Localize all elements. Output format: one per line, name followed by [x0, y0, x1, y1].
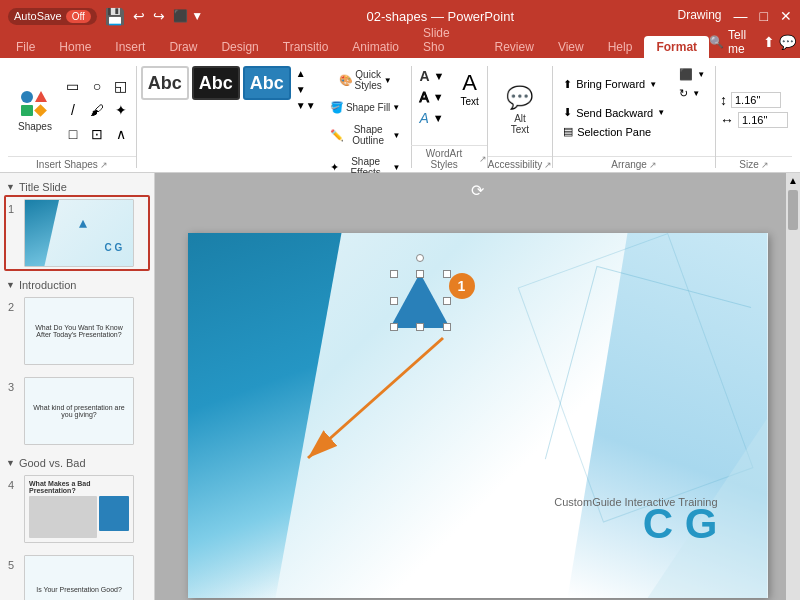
handle-middleright[interactable] — [443, 297, 451, 305]
rectangle-tool[interactable]: ▭ — [62, 75, 84, 97]
text-effects-label: ▼ — [433, 112, 444, 124]
canvas-area[interactable]: ⟳ CustomGuide Interactive Training C G — [155, 173, 800, 600]
height-input[interactable] — [731, 92, 781, 108]
section-arrow-3: ▼ — [6, 458, 15, 468]
accessibility-group: 💬 AltText Accessibility ↗ — [488, 62, 552, 172]
slide-thumb-1[interactable]: 1 C G — [4, 195, 150, 271]
text-big-btn[interactable]: A Text — [456, 66, 482, 111]
tab-design[interactable]: Design — [209, 36, 270, 58]
rotate-icon: ↻ — [679, 87, 688, 100]
outline-tool[interactable]: □ — [62, 123, 84, 145]
undo-icon[interactable]: ↩ — [133, 8, 145, 24]
send-backward-button[interactable]: ⬇ Send Backward ▼ — [557, 104, 671, 121]
section-label-text-1: Title Slide — [19, 181, 67, 193]
width-input[interactable] — [738, 112, 788, 128]
shapes-button[interactable]: Shapes — [12, 86, 58, 135]
send-backward-arrow[interactable]: ▼ — [657, 108, 665, 117]
swatch-more[interactable]: ▼▼ — [294, 98, 318, 113]
bring-forward-button[interactable]: ⬆ Bring Forward ▼ — [557, 76, 663, 93]
shape-style-3[interactable]: Abc — [243, 66, 291, 100]
swatch-down[interactable]: ▼ — [294, 82, 318, 97]
arrange-expand[interactable]: ↗ — [649, 160, 657, 170]
slide-thumb-5[interactable]: 5 Is Your Presentation Good? — [4, 551, 150, 600]
insert-shapes-group: Shapes ▭ ○ ◱ / 🖌 ✦ □ — [8, 62, 136, 172]
selection-pane-button[interactable]: ▤ Selection Pane — [557, 123, 657, 140]
text-fill-btn[interactable]: A ▼ — [415, 66, 448, 86]
accessibility-expand[interactable]: ↗ — [544, 160, 552, 170]
more-tool[interactable]: ⊡ — [86, 123, 108, 145]
slide-thumb-2[interactable]: 2 What Do You Want To Know After Today's… — [4, 293, 150, 369]
search-label: Tell me — [728, 28, 759, 56]
accessibility-label: Accessibility ↗ — [488, 156, 552, 172]
triangle-shape-container[interactable]: 1 — [388, 268, 453, 333]
insert-shapes-expand[interactable]: ↗ — [100, 160, 108, 170]
width-row: ↔ — [720, 112, 788, 128]
handle-bottomcenter[interactable] — [416, 323, 424, 331]
minimize-btn[interactable]: — — [734, 8, 748, 24]
shape-outline-button[interactable]: ✏️ Shape Outline ▼ — [324, 121, 407, 149]
autosave-toggle[interactable]: AutoSave Off — [8, 8, 97, 25]
close-btn[interactable]: ✕ — [780, 8, 792, 24]
tab-home[interactable]: Home — [47, 36, 103, 58]
tab-draw[interactable]: Draw — [157, 36, 209, 58]
comments-icon[interactable]: 💬 — [779, 34, 796, 50]
handle-topleft[interactable] — [390, 270, 398, 278]
fill-tool[interactable]: 🖌 — [86, 99, 108, 121]
swatch-up[interactable]: ▲ — [294, 66, 318, 81]
tab-file[interactable]: File — [4, 36, 47, 58]
handle-bottomright[interactable] — [443, 323, 451, 331]
handle-topright[interactable] — [443, 270, 451, 278]
bring-forward-arrow[interactable]: ▼ — [649, 80, 657, 89]
vertical-scrollbar[interactable]: ▲ ▼ — [786, 173, 800, 600]
customize-icon[interactable]: ⬛ ▼ — [173, 9, 203, 23]
slide-panel[interactable]: ▼ Title Slide 1 C G ▼ Introduction 2 Wha… — [0, 173, 155, 600]
quick-styles-button[interactable]: 🎨 QuickStyles ▼ — [324, 66, 407, 94]
v-scroll-thumb[interactable] — [788, 190, 798, 230]
line-tool[interactable]: / — [62, 99, 84, 121]
alt-text-icon: 💬 — [506, 85, 533, 111]
oval-tool[interactable]: ○ — [86, 75, 108, 97]
align-btn[interactable]: ⬛ ▼ — [673, 66, 711, 83]
shape-fill-button[interactable]: 🪣 Shape Fill ▼ — [324, 98, 407, 117]
size-expand[interactable]: ↗ — [761, 160, 769, 170]
wordart-expand[interactable]: ↗ — [479, 154, 487, 164]
text-effects-btn[interactable]: A ▼ — [415, 108, 448, 128]
text-label: Text — [460, 96, 478, 107]
text-outline-btn[interactable]: A ▼ — [415, 87, 448, 107]
align-icon: ⬛ — [679, 68, 693, 81]
shape-styles-group: Abc Abc Abc ▲ ▼ ▼▼ 🎨 QuickStyles ▼ — [137, 62, 411, 172]
extra-tool[interactable]: ∧ — [110, 123, 132, 145]
shape-style-1[interactable]: Abc — [141, 66, 189, 100]
slide-preview-1: C G — [24, 199, 134, 267]
alt-text-button[interactable]: 💬 AltText — [496, 79, 543, 141]
tab-view[interactable]: View — [546, 36, 596, 58]
scroll-up-btn[interactable]: ▲ — [786, 173, 800, 188]
rotate-handle[interactable] — [416, 254, 424, 262]
slide-thumb-3[interactable]: 3 What kind of presentation are you givi… — [4, 373, 150, 449]
handle-bottomleft[interactable] — [390, 323, 398, 331]
text-fill-icon: A — [419, 68, 429, 84]
rotate-btn[interactable]: ↻ ▼ — [673, 85, 711, 102]
redo-icon[interactable]: ↪ — [153, 8, 165, 24]
tab-transitions[interactable]: Transitio — [271, 36, 341, 58]
tab-help[interactable]: Help — [596, 36, 645, 58]
slide-thumb-4[interactable]: 4 What Makes a Bad Presentation? — [4, 471, 150, 547]
handle-topcenter[interactable] — [416, 270, 424, 278]
slide-num-1: 1 — [8, 203, 20, 215]
shape-style-2[interactable]: Abc — [192, 66, 240, 100]
arrange-tool[interactable]: ◱ — [110, 75, 132, 97]
tab-format[interactable]: Format — [644, 36, 709, 58]
maximize-btn[interactable]: □ — [760, 8, 768, 24]
rotation-toolbar-handle[interactable]: ⟳ — [471, 181, 484, 200]
slide-canvas[interactable]: CustomGuide Interactive Training C G — [188, 233, 768, 598]
tab-slideshow[interactable]: Slide Sho — [411, 22, 483, 58]
tab-insert[interactable]: Insert — [103, 36, 157, 58]
tab-review[interactable]: Review — [483, 36, 546, 58]
effects-tool[interactable]: ✦ — [110, 99, 132, 121]
save-icon[interactable]: 💾 — [105, 7, 125, 26]
handle-middleleft[interactable] — [390, 297, 398, 305]
share-icon[interactable]: ⬆ — [763, 34, 775, 50]
tab-animations[interactable]: Animatio — [340, 36, 411, 58]
arrange-label: Arrange ↗ — [553, 156, 715, 172]
align-arrow: ▼ — [697, 70, 705, 79]
